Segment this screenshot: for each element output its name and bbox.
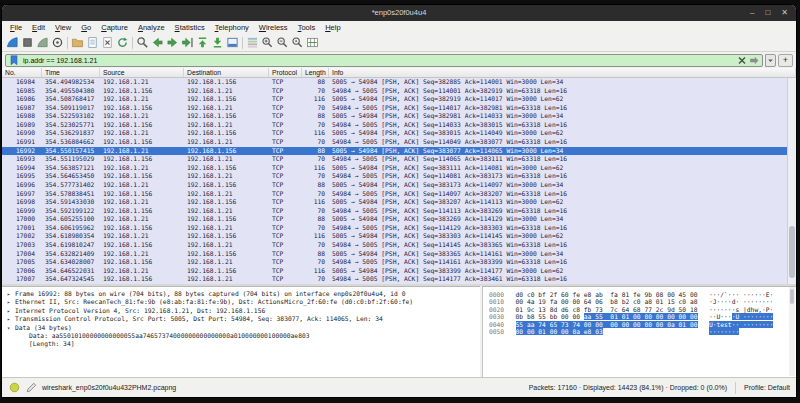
clear-filter-icon[interactable] xyxy=(736,55,748,66)
restart-capture-icon[interactable] xyxy=(35,36,50,50)
column-header-info[interactable]: Info xyxy=(329,68,796,77)
open-file-icon[interactable] xyxy=(70,36,85,50)
bytes-scrollbar[interactable] xyxy=(789,287,795,376)
packet-row-16995[interactable]: 16995354.564653450192.168.1.156192.168.1… xyxy=(2,172,796,181)
column-header-length[interactable]: Length xyxy=(302,68,329,77)
auto-scroll-icon[interactable] xyxy=(225,36,240,50)
go-to-packet-icon[interactable] xyxy=(180,36,195,50)
detail-row[interactable]: ▾Data (34 bytes) xyxy=(5,324,480,332)
packet-row-16992[interactable]: 16992354.550157415192.168.1.21192.168.1.… xyxy=(2,147,796,156)
column-header-source[interactable]: Source xyxy=(100,68,184,77)
go-last-icon[interactable] xyxy=(210,36,225,50)
packet-row-16996[interactable]: 16996354.577731402192.168.1.21192.168.1.… xyxy=(2,181,796,190)
expanded-arrow-icon[interactable]: ▾ xyxy=(7,325,15,332)
detail-row[interactable]: ▸Transmission Control Protocol, Src Port… xyxy=(5,315,480,323)
maximize-icon[interactable]: □ xyxy=(765,9,770,17)
collapsed-arrow-icon[interactable]: ▸ xyxy=(7,308,15,315)
column-header-protocol[interactable]: Protocol xyxy=(269,68,302,77)
hex-row[interactable]: 0030 0b b8 55 bb 00 00 aa 55 01 01 00 00… xyxy=(489,313,796,320)
filter-dropdown-icon[interactable] xyxy=(765,54,776,67)
menu-help[interactable]: Help xyxy=(320,23,345,32)
profile-label[interactable]: Profile: Default xyxy=(744,384,790,391)
column-header-no[interactable]: No. xyxy=(2,68,42,77)
close-icon[interactable]: ✕ xyxy=(781,9,788,17)
detail-text: Frame 16992: 88 bytes on wire (704 bits)… xyxy=(15,290,405,297)
hex-row[interactable]: 0050 00 00 01 00 00 0a e8 03 ········ xyxy=(489,328,796,335)
detail-row[interactable]: Data: aa55010100000000000055aa7465737400… xyxy=(5,332,480,339)
detail-row[interactable]: [Length: 34] xyxy=(5,340,480,347)
packet-row-16997[interactable]: 16997354.578838451192.168.1.156192.168.1… xyxy=(2,190,796,199)
packet-row-17000[interactable]: 17000354.605255100192.168.1.21192.168.1.… xyxy=(2,215,796,224)
go-first-icon[interactable] xyxy=(195,36,210,50)
minimize-icon[interactable]: – xyxy=(750,9,754,17)
menu-edit[interactable]: Edit xyxy=(27,23,50,32)
packet-row-16999[interactable]: 16999354.592199122192.168.1.156192.168.1… xyxy=(2,207,796,216)
capture-options-icon[interactable] xyxy=(50,36,65,50)
detail-row[interactable]: ▸Internet Protocol Version 4, Src: 192.1… xyxy=(5,307,480,315)
apply-filter-icon[interactable] xyxy=(748,55,760,66)
close-file-icon[interactable] xyxy=(100,36,115,50)
hex-row[interactable]: 0010 00 4a 19 fa 00 00 64 06 b8 b2 c0 a8… xyxy=(489,298,796,305)
menu-statistics[interactable]: Statistics xyxy=(170,23,210,32)
menu-telephony[interactable]: Telephony xyxy=(210,23,254,32)
packet-row-16994[interactable]: 16994354.563857121192.168.1.21192.168.1.… xyxy=(2,164,796,173)
menu-capture[interactable]: Capture xyxy=(96,23,133,32)
go-forward-icon[interactable] xyxy=(165,36,180,50)
expert-info-icon[interactable] xyxy=(8,381,21,394)
go-back-icon[interactable] xyxy=(150,36,165,50)
column-header-destination[interactable]: Destination xyxy=(184,68,269,77)
hex-row[interactable]: 0000 d0 c0 bf 2f 60 fe e8 ab fa 81 fe 9b… xyxy=(489,291,796,298)
packet-row-16989[interactable]: 16989354.523025771192.168.1.156192.168.1… xyxy=(2,121,796,130)
resize-columns-icon[interactable] xyxy=(305,36,320,50)
packet-row-16986[interactable]: 16986354.508768417192.168.1.21192.168.1.… xyxy=(2,95,796,104)
hex-row[interactable]: 0040 55 aa 74 65 73 74 00 00 00 00 00 00… xyxy=(489,321,796,328)
menu-go[interactable]: Go xyxy=(76,23,96,32)
capture-comment-icon[interactable] xyxy=(25,381,38,394)
packet-row-16993[interactable]: 16993354.551195029192.168.1.156192.168.1… xyxy=(2,155,796,164)
packet-row-16984[interactable]: 16984354.494982534192.168.1.21192.168.1.… xyxy=(2,78,796,87)
detail-row[interactable]: ▸Frame 16992: 88 bytes on wire (704 bits… xyxy=(5,290,480,298)
reload-file-icon[interactable] xyxy=(115,36,130,50)
collapsed-arrow-icon[interactable]: ▸ xyxy=(7,316,15,323)
packet-row-16998[interactable]: 16998354.591433030192.168.1.21192.168.1.… xyxy=(2,198,796,207)
display-filter-input[interactable]: ip.addr == 192.168.1.21 xyxy=(5,54,763,67)
cell-destination: 192.168.1.156 xyxy=(184,112,269,121)
hex-row[interactable]: 0020 01 9c 13 8d d6 c8 fb 73 7c 64 68 77… xyxy=(489,306,796,313)
collapsed-arrow-icon[interactable]: ▸ xyxy=(7,299,15,306)
zoom-in-icon[interactable] xyxy=(260,36,275,50)
packet-row-17006[interactable]: 17006354.646522031192.168.1.21192.168.1.… xyxy=(2,267,796,276)
packet-row-16990[interactable]: 16990354.536291837192.168.1.21192.168.1.… xyxy=(2,129,796,138)
colorize-icon[interactable] xyxy=(245,36,260,50)
menu-analyze[interactable]: Analyze xyxy=(133,23,170,32)
packet-row-17007[interactable]: 17007354.647324545192.168.1.156192.168.1… xyxy=(2,275,796,284)
display-filter-text[interactable]: ip.addr == 192.168.1.21 xyxy=(20,57,736,64)
zoom-out-icon[interactable] xyxy=(275,36,290,50)
collapsed-arrow-icon[interactable]: ▸ xyxy=(7,291,15,298)
start-capture-icon[interactable] xyxy=(5,36,20,50)
save-file-icon[interactable] xyxy=(85,36,100,50)
menu-wireless[interactable]: Wireless xyxy=(254,23,293,32)
packet-row-17003[interactable]: 17003354.619810247192.168.1.156192.168.1… xyxy=(2,241,796,250)
zoom-original-icon[interactable] xyxy=(290,36,305,50)
find-packet-icon[interactable] xyxy=(135,36,150,50)
menu-file[interactable]: File xyxy=(5,23,27,32)
packet-row-16988[interactable]: 16988354.522593102192.168.1.21192.168.1.… xyxy=(2,112,796,121)
packet-row-17004[interactable]: 17004354.632821409192.168.1.21192.168.1.… xyxy=(2,250,796,259)
packet-row-16991[interactable]: 16991354.536884662192.168.1.156192.168.1… xyxy=(2,138,796,147)
packet-row-16985[interactable]: 16985354.495504380192.168.1.156192.168.1… xyxy=(2,87,796,96)
add-filter-button[interactable]: + xyxy=(778,54,793,67)
bytes-scrollbar-thumb[interactable] xyxy=(790,289,794,304)
packet-row-16987[interactable]: 16987354.509119017192.168.1.156192.168.1… xyxy=(2,104,796,113)
menu-view[interactable]: View xyxy=(50,23,76,32)
column-header-time[interactable]: Time xyxy=(42,68,100,77)
packet-row-17002[interactable]: 17002354.618980354192.168.1.21192.168.1.… xyxy=(2,232,796,241)
menu-tools[interactable]: Tools xyxy=(293,23,321,32)
titlebar[interactable]: *enp0s20f0u4u4 –□✕ xyxy=(2,5,796,21)
scrollbar-thumb[interactable] xyxy=(789,226,795,278)
packet-list-scrollbar[interactable] xyxy=(787,78,796,284)
packet-row-17001[interactable]: 17001354.606195962192.168.1.156192.168.1… xyxy=(2,224,796,233)
packet-row-17005[interactable]: 17005354.634028007192.168.1.156192.168.1… xyxy=(2,258,796,267)
stop-capture-icon[interactable] xyxy=(20,36,35,50)
bookmark-icon[interactable] xyxy=(8,55,20,66)
detail-row[interactable]: ▸Ethernet II, Src: ReecanTech_81:fe:9b (… xyxy=(5,298,480,306)
